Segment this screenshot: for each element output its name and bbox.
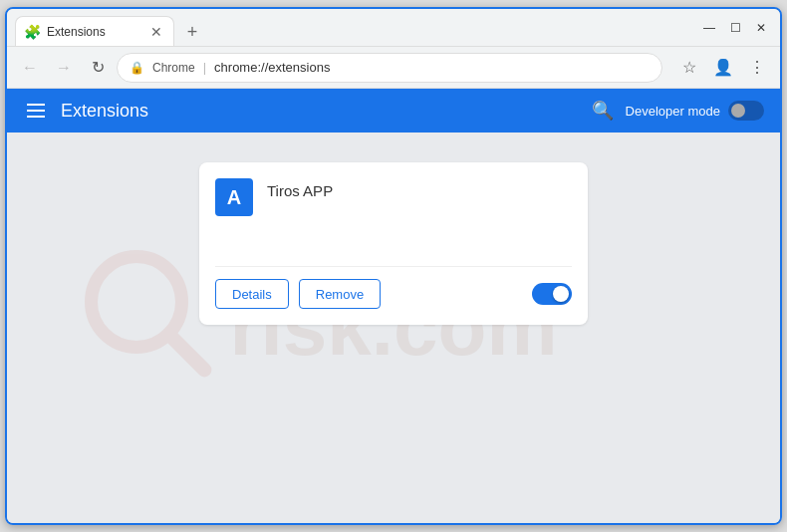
title-bar: 🧩 Extensions ✕ + — ☐ ✕ [7, 9, 780, 47]
forward-button[interactable]: → [49, 53, 79, 83]
hamburger-line-1 [27, 104, 45, 106]
lock-icon: 🔒 [130, 61, 144, 75]
extensions-page-title: Extensions [61, 101, 576, 122]
navigation-bar: ← → ↻ 🔒 Chrome | chrome://extensions ☆ 👤… [7, 47, 780, 89]
tab-title: Extensions [47, 25, 106, 39]
bookmark-button[interactable]: ☆ [674, 53, 704, 83]
back-button[interactable]: ← [15, 53, 45, 83]
window-controls: — ☐ ✕ [698, 17, 772, 39]
watermark-magnifier-icon [85, 250, 214, 380]
hamburger-menu-button[interactable] [23, 100, 49, 122]
extension-name: Tiros APP [267, 182, 333, 199]
remove-button[interactable]: Remove [299, 279, 381, 309]
address-bar[interactable]: 🔒 Chrome | chrome://extensions [117, 53, 662, 83]
details-button[interactable]: Details [215, 279, 289, 309]
toggle-thumb [731, 104, 745, 118]
hamburger-line-2 [27, 110, 45, 112]
chrome-label: Chrome [152, 61, 195, 75]
active-tab[interactable]: 🧩 Extensions ✕ [15, 16, 174, 46]
main-content: risk.com A Tiros APP Details Remove [7, 133, 780, 523]
hamburger-line-3 [27, 116, 45, 118]
extension-enable-toggle[interactable] [532, 283, 572, 305]
ext-toggle-track [532, 283, 572, 305]
reload-button[interactable]: ↻ [83, 53, 113, 83]
toggle-track [728, 101, 764, 121]
url-text: chrome://extensions [214, 60, 330, 75]
tab-close-button[interactable]: ✕ [147, 23, 165, 41]
new-tab-button[interactable]: + [178, 18, 206, 46]
minimize-button[interactable]: — [698, 17, 720, 39]
card-bottom: Details Remove [215, 266, 572, 309]
extensions-toolbar: Extensions 🔍 Developer mode [7, 89, 780, 133]
menu-button[interactable]: ⋮ [742, 53, 772, 83]
svg-line-1 [168, 334, 204, 370]
card-top: A Tiros APP [215, 178, 572, 216]
developer-mode-toggle[interactable] [728, 101, 764, 121]
address-right-controls: ☆ 👤 ⋮ [674, 53, 772, 83]
search-button[interactable]: 🔍 [588, 96, 618, 126]
browser-window: 🧩 Extensions ✕ + — ☐ ✕ ← → ↻ 🔒 Chrome | … [5, 7, 782, 525]
tab-area: 🧩 Extensions ✕ + [15, 9, 690, 46]
ext-toggle-thumb [553, 286, 569, 302]
close-button[interactable]: ✕ [750, 17, 772, 39]
extension-card: A Tiros APP Details Remove [199, 162, 588, 325]
maximize-button[interactable]: ☐ [724, 17, 746, 39]
developer-mode-label: Developer mode [626, 104, 720, 119]
extension-puzzle-icon: 🧩 [24, 24, 41, 40]
extension-icon: A [215, 178, 253, 216]
url-separator: | [203, 60, 206, 75]
account-button[interactable]: 👤 [708, 53, 738, 83]
developer-mode-area: 🔍 Developer mode [588, 96, 764, 126]
